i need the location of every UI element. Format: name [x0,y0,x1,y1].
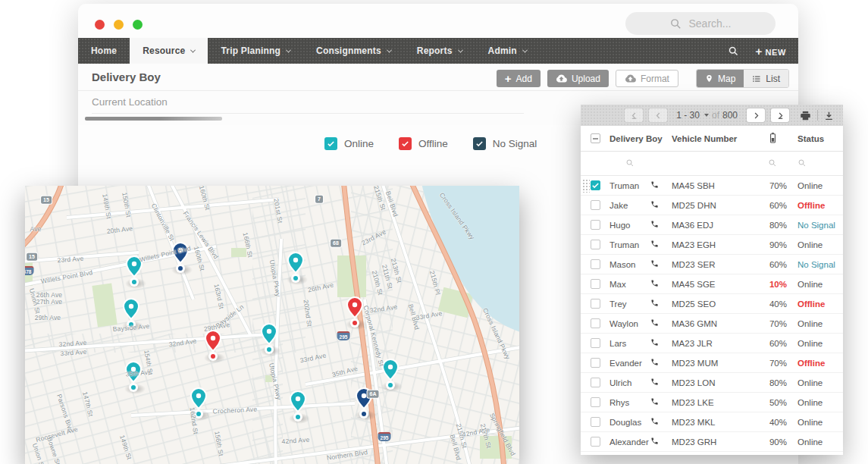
nav-item-consignments[interactable]: Consignments [303,38,404,64]
table-row[interactable]: TrumanMA23 EGH90%Online [581,235,843,255]
phone-icon[interactable] [650,220,672,230]
row-checkbox[interactable] [591,200,600,210]
prev-page-button[interactable] [649,108,667,122]
table-row[interactable]: UlrichMD23 LON80%Online [581,373,843,393]
phone-icon[interactable] [650,299,672,309]
print-button[interactable] [800,110,811,121]
row-checkbox[interactable] [591,358,600,368]
phone-icon[interactable] [650,338,672,348]
table-row[interactable]: RhysMD23 LKE50%Online [581,393,843,412]
legend-checkbox-no-signal[interactable]: No Signal [473,137,537,150]
row-checkbox[interactable] [591,417,600,427]
battery-icon[interactable] [757,133,788,145]
scroll-progress-bar[interactable] [85,117,222,121]
close-window-button[interactable] [95,20,105,30]
checkbox-checked[interactable] [324,137,337,150]
row-checkbox[interactable] [591,220,600,230]
row-checkbox[interactable] [591,318,600,328]
list-view-button[interactable]: List [744,70,788,87]
table-row[interactable]: TreyMD25 SEO40%Offline [581,294,843,314]
legend-checkbox-offline[interactable]: Offline [399,137,448,150]
battery-level: 40% [757,418,788,427]
phone-icon[interactable] [650,358,672,368]
phone-icon[interactable] [650,240,672,249]
phone-icon[interactable] [650,180,672,190]
column-status[interactable]: Status [788,134,843,143]
filter-name-search-icon[interactable] [609,158,650,169]
chevron-down-icon [286,47,291,52]
phone-icon[interactable] [650,397,672,407]
nav-item-home[interactable]: Home [78,38,130,64]
pagination-range[interactable]: 1 - 30 of 800 [676,110,738,121]
table-row[interactable]: DouglasMD23 MKL40%Online [581,412,843,432]
delivery-boy-name: Hugo [609,221,650,230]
row-checkbox[interactable] [591,437,600,447]
nav-search-icon[interactable] [728,45,739,57]
row-checkbox[interactable] [591,180,600,190]
row-checkbox[interactable] [591,299,600,309]
nav-bar: HomeResourceTrip PlaninngConsignmentsRep… [78,38,798,64]
delivery-boy-name: Rhys [609,398,650,407]
view-toggle: Map List [696,69,789,88]
battery-level: 70% [757,359,788,368]
map[interactable]: Ave20th Ave23rd AveWillets Point BlvdWil… [25,186,519,464]
table-row[interactable]: AlexanderMD23 GRH90%Online [581,432,843,452]
phone-icon[interactable] [650,318,672,328]
add-button[interactable]: + Add [497,70,541,87]
row-checkbox[interactable] [591,378,600,387]
column-vehicle-number[interactable]: Vehicle Number [672,134,757,143]
phone-icon[interactable] [650,259,672,269]
vehicle-number: MD25 DHN [672,201,757,210]
map-view-button[interactable]: Map [697,70,744,87]
table-row[interactable]: MaxMA45 SGE10%Online [581,274,843,294]
legend-checkbox-online[interactable]: Online [324,137,374,150]
phone-icon[interactable] [650,417,672,427]
nav-item-resource[interactable]: Resource [130,38,208,64]
checkbox-checked[interactable] [399,137,412,150]
table-row[interactable]: LarsMA23 JLR60%Online [581,334,843,353]
page-title: Delivery Boy [92,71,161,83]
format-button[interactable]: Format [616,70,678,87]
nav-item-admin[interactable]: Admin [475,38,540,64]
nav-item-trip-planinng[interactable]: Trip Planinng [208,38,303,64]
row-checkbox[interactable] [591,397,600,407]
table-row[interactable]: EvanderMD23 MUM70%Offline [581,353,843,373]
first-page-button[interactable] [625,108,643,122]
filter-battery-search-icon[interactable] [757,158,788,169]
row-checkbox[interactable] [591,240,600,249]
nav-item-reports[interactable]: Reports [404,38,475,64]
download-button[interactable] [824,111,834,121]
status-badge: Online [788,280,843,289]
select-all-checkbox[interactable] [591,133,600,143]
upload-button[interactable]: Upload [547,70,609,87]
list-icon [752,74,761,83]
column-delivery-boy[interactable]: Delivery Boy [609,134,672,143]
battery-level: 80% [757,221,788,230]
row-checkbox[interactable] [591,259,600,269]
table-row[interactable]: WaylonMA36 GMN70%Online [581,314,843,334]
drag-handle-icon[interactable] [582,179,590,193]
table-row[interactable]: JakeMD25 DHN60%Offline [581,196,843,215]
battery-level: 40% [757,299,788,309]
minimize-window-button[interactable] [114,20,124,30]
phone-icon[interactable] [650,200,672,210]
next-page-button[interactable] [747,108,765,122]
vehicle-number: MA36 EDJ [672,221,757,230]
global-search-input[interactable]: Search... [625,12,776,35]
table-row[interactable]: HugoMA36 EDJ80%No Signal [581,215,843,235]
row-checkbox[interactable] [591,338,600,348]
maximize-window-button[interactable] [133,20,143,30]
checkbox-checked[interactable] [473,137,486,150]
delivery-boy-name: Trey [609,299,650,309]
new-button[interactable]: + NEW [756,45,787,57]
row-checkbox[interactable] [591,279,600,289]
phone-icon[interactable] [650,279,672,289]
table-row[interactable]: MasonMD23 SER60%No Signal [581,255,843,274]
table-row[interactable]: TrumanMA45 SBH70%Online [581,176,843,196]
vehicle-number: MD25 SEO [672,299,757,309]
filter-status-search-icon[interactable] [788,158,843,169]
last-page-button[interactable] [771,108,789,122]
phone-icon[interactable] [650,437,672,447]
delivery-boy-name: Lars [609,339,650,348]
phone-icon[interactable] [650,378,672,387]
